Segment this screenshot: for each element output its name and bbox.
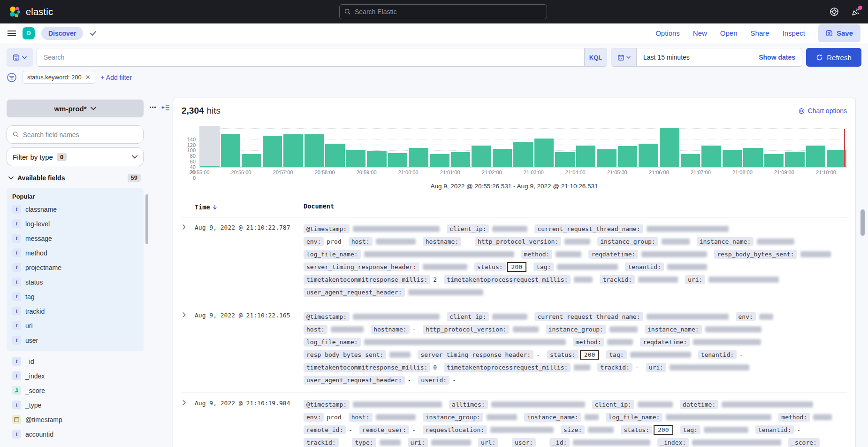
histogram-plot[interactable] [199,126,847,168]
histogram-bar[interactable] [534,126,555,167]
sidebar-field-log-level[interactable]: tlog-level [12,216,144,231]
elastic-brand[interactable]: elastic [8,6,53,18]
sidebar-field-classname[interactable]: tclassname [12,202,144,216]
time-column-header[interactable]: Time [195,200,304,213]
histogram-bar[interactable] [221,126,241,167]
field-name: @timestamp [25,416,62,424]
sidebar-field-trackid[interactable]: ttrackid [12,304,144,318]
remove-filter-icon[interactable]: ✕ [85,74,91,81]
saved-search-check-icon[interactable] [90,30,97,37]
expand-row-icon[interactable] [182,310,195,386]
histogram-bar[interactable] [199,126,220,167]
query-input[interactable] [37,48,584,66]
expand-row-icon[interactable] [182,223,195,299]
saved-query-menu-button[interactable] [7,48,33,67]
refresh-button[interactable]: Refresh [806,48,861,67]
field-search-input[interactable] [23,131,137,139]
doc-field-instancegroup: instance_group: [597,238,689,245]
menu-icon[interactable] [8,31,16,36]
sidebar-field-user[interactable]: tuser [12,333,144,347]
histogram-bar[interactable] [408,126,429,167]
expand-row-icon[interactable] [182,398,195,447]
query-language-button[interactable]: KQL [584,48,607,66]
filter-chip[interactable]: status.keyword: 200 ✕ [23,71,95,84]
sidebar-field-status[interactable]: tstatus [12,275,144,289]
field-name: uri [25,322,33,330]
field-value: - [501,439,505,446]
sidebar-field-tag[interactable]: ttag [12,289,144,304]
newsfeed-icon[interactable] [851,7,860,16]
histogram-bar[interactable] [429,126,450,167]
doc-field-tag: tag: [606,351,691,358]
available-fields-header[interactable]: Available fields 59 [8,174,144,182]
space-avatar[interactable]: D [23,27,35,39]
nav-action-new[interactable]: New [693,29,707,37]
histogram-bar[interactable] [576,126,596,167]
field-label-pill: trackid: [597,363,632,372]
histogram-bar[interactable] [262,126,283,167]
y-axis-tick: 40 [190,164,196,170]
nav-action-share[interactable]: Share [751,29,769,37]
histogram-bar[interactable] [722,126,743,167]
histogram-bar[interactable] [388,126,408,167]
filter-by-type-select[interactable]: Filter by type 0 [7,147,144,166]
field-label-pill: server_timing_response_header: [418,350,533,359]
sidebar-field-accountid[interactable]: taccountid [12,427,146,441]
histogram-bar[interactable] [492,126,513,167]
histogram-bar[interactable] [366,126,387,167]
histogram-bar[interactable] [701,126,722,167]
sidebar-scrollbar[interactable] [145,194,148,244]
field-label-pill: client_ip: [447,224,489,233]
filter-menu-icon[interactable] [7,72,17,83]
show-dates-button[interactable]: Show dates [759,48,802,66]
histogram-bar[interactable] [346,126,366,167]
nav-action-open[interactable]: Open [720,29,738,37]
sidebar-field-id[interactable]: t_id [12,354,146,369]
redacted-value [574,364,590,370]
calendar-menu-button[interactable] [611,48,637,66]
nav-action-options[interactable]: Options [655,29,680,37]
histogram-bar[interactable] [806,126,826,167]
sidebar-field-message[interactable]: tmessage [12,231,144,246]
histogram-bar[interactable] [450,126,471,167]
field-options-icon[interactable] [150,107,156,108]
histogram-bar[interactable] [596,126,617,167]
sidebar-field-index[interactable]: t_index [12,369,146,383]
nav-action-inspect[interactable]: Inspect [783,29,805,37]
field-value: - [739,351,743,358]
field-label-pill: tenantid: [698,350,737,359]
histogram-bar[interactable] [325,126,345,167]
histogram-bar[interactable] [680,126,701,167]
histogram-bar[interactable] [784,126,805,167]
global-search-input[interactable] [355,8,542,15]
help-icon[interactable] [830,7,839,16]
histogram-bar[interactable] [513,126,533,167]
breadcrumb[interactable]: Discover [41,27,83,40]
chart-options-button[interactable]: Chart options [798,107,847,115]
save-button[interactable]: Save [818,24,860,42]
histogram-bar[interactable] [743,126,763,167]
sidebar-field-score[interactable]: #_score [12,383,146,398]
histogram-bar[interactable] [555,126,575,167]
histogram-bar[interactable] [659,126,680,167]
sidebar-field-timestamp[interactable]: @timestamp [12,412,146,427]
time-range-value[interactable]: Last 15 minutes [637,48,759,66]
histogram-bar[interactable] [283,126,304,167]
field-search[interactable] [7,125,144,144]
sidebar-field-method[interactable]: tmethod [12,246,144,260]
sidebar-field-type[interactable]: t_type [12,398,146,412]
main-scrollbar[interactable] [860,209,865,236]
add-filter-button[interactable]: + Add filter [101,74,132,81]
histogram-bar[interactable] [617,126,638,167]
collapse-sidebar-icon[interactable] [161,104,170,111]
histogram-bar[interactable] [764,126,784,167]
field-label-pill: host: [304,325,327,334]
histogram-bar[interactable] [304,126,325,167]
histogram-bar[interactable] [241,126,262,167]
global-search[interactable] [339,4,547,19]
sidebar-field-uri[interactable]: turi [12,318,144,333]
index-pattern-select[interactable]: wm-prod* [7,100,144,117]
histogram-bar[interactable] [638,126,659,167]
sidebar-field-projectname[interactable]: tprojectname [12,260,144,275]
histogram-bar[interactable] [471,126,492,167]
